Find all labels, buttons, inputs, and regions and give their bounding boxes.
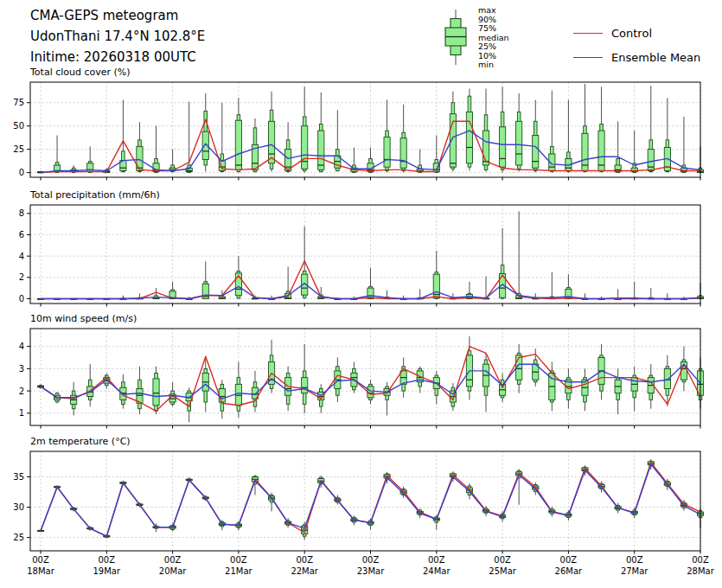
svg-text:00Z: 00Z — [626, 555, 643, 565]
svg-text:25: 25 — [13, 533, 24, 542]
svg-text:4: 4 — [19, 342, 24, 351]
plot-precip: 02468 — [19, 205, 704, 307]
x-axis-labels: 00Z18Mar00Z19Mar00Z20Mar00Z21Mar00Z22Mar… — [27, 555, 714, 576]
svg-text:2: 2 — [19, 387, 24, 396]
svg-text:00Z: 00Z — [230, 555, 247, 565]
svg-text:00Z: 00Z — [296, 555, 313, 565]
svg-text:00Z: 00Z — [362, 555, 380, 565]
plot-cloud: 0255075 — [13, 82, 703, 181]
svg-text:3: 3 — [19, 364, 24, 374]
svg-text:23Mar: 23Mar — [357, 566, 385, 576]
svg-text:75: 75 — [13, 98, 24, 107]
svg-text:0: 0 — [19, 168, 24, 177]
svg-text:22Mar: 22Mar — [291, 566, 318, 576]
svg-text:8: 8 — [19, 208, 24, 218]
svg-text:00Z: 00Z — [32, 555, 49, 565]
svg-text:35: 35 — [13, 472, 24, 482]
svg-text:30: 30 — [13, 502, 24, 512]
meteogram-canvas: 025507502468123425303500Z18Mar00Z19Mar00… — [0, 0, 722, 588]
svg-text:21Mar: 21Mar — [225, 566, 252, 576]
svg-text:18Mar: 18Mar — [27, 566, 54, 576]
svg-text:24Mar: 24Mar — [423, 566, 450, 576]
svg-text:6: 6 — [19, 230, 24, 240]
svg-text:2: 2 — [19, 272, 24, 282]
plot-wind: 1234 — [19, 329, 704, 429]
svg-text:4: 4 — [19, 252, 24, 261]
svg-text:26Mar: 26Mar — [555, 566, 583, 576]
svg-text:28Mar: 28Mar — [687, 566, 714, 576]
svg-text:20Mar: 20Mar — [159, 566, 187, 576]
svg-text:19Mar: 19Mar — [93, 566, 121, 576]
svg-text:00Z: 00Z — [428, 555, 445, 565]
svg-text:00Z: 00Z — [692, 555, 709, 565]
svg-text:25Mar: 25Mar — [489, 566, 516, 576]
svg-text:00Z: 00Z — [99, 555, 116, 565]
svg-text:00Z: 00Z — [494, 555, 511, 565]
svg-text:27Mar: 27Mar — [621, 566, 649, 576]
svg-text:25: 25 — [13, 144, 24, 154]
svg-text:0: 0 — [19, 294, 24, 304]
plot-temperature: 253035 — [13, 451, 703, 554]
svg-text:50: 50 — [13, 121, 24, 131]
svg-text:1: 1 — [19, 408, 24, 418]
meteogram-figure: CMA-GEPS meteogram UdonThani 17.4°N 102.… — [0, 0, 722, 588]
svg-text:00Z: 00Z — [560, 555, 578, 565]
svg-text:00Z: 00Z — [164, 555, 182, 565]
